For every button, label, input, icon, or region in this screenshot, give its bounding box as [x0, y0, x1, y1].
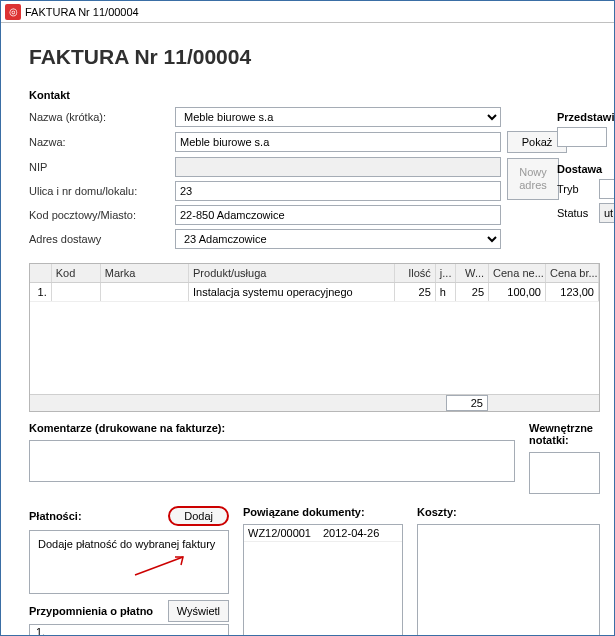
new-address-l1: Nowy [519, 166, 547, 178]
col-marka[interactable]: Marka [101, 264, 189, 282]
linked-doc-row[interactable]: WZ12/00001 2012-04-26 [244, 525, 402, 542]
cell-j: h [436, 283, 456, 301]
comments-textarea[interactable] [29, 440, 515, 482]
name-label: Nazwa: [29, 136, 169, 148]
cell-cena-br: 123,00 [546, 283, 599, 301]
window-titlebar: ◎ FAKTURA Nr 11/00004 [1, 1, 614, 23]
nip-input[interactable] [175, 157, 501, 177]
new-address-button: Nowy adres [507, 158, 559, 200]
linked-doc-date: 2012-04-26 [323, 527, 398, 539]
street-label: Ulica i nr domu/lokalu: [29, 185, 169, 197]
payments-label: Płatności: [29, 510, 82, 522]
col-cena-br[interactable]: Cena br... [546, 264, 599, 282]
delivery-status-label: Status [557, 207, 593, 219]
col-cena-ne[interactable]: Cena ne... [489, 264, 546, 282]
delivery-mode-label: Tryb [557, 183, 593, 195]
col-num [30, 264, 52, 282]
rep-input[interactable] [557, 127, 607, 147]
window-title: FAKTURA Nr 11/00004 [25, 6, 139, 18]
new-address-l2: adres [519, 179, 547, 191]
nip-label: NIP [29, 161, 169, 173]
costs-list[interactable] [417, 524, 600, 636]
app-icon: ◎ [5, 4, 21, 20]
delivery-mode-input[interactable] [599, 179, 615, 199]
col-produkt[interactable]: Produkt/usługa [189, 264, 395, 282]
col-kod[interactable]: Kod [52, 264, 101, 282]
delivery-label: Adres dostawy [29, 233, 169, 245]
delivery-select[interactable]: 23 Adamczowice [175, 229, 501, 249]
short-name-select[interactable]: Meble biurowe s.a [175, 107, 501, 127]
col-ilosc[interactable]: Ilość [395, 264, 436, 282]
short-name-label: Nazwa (krótka): [29, 111, 169, 123]
linked-doc-num: WZ12/00001 [248, 527, 323, 539]
rep-section-title: Przedstawic [557, 111, 615, 123]
postcity-input[interactable] [175, 205, 501, 225]
table-row[interactable]: 1. Instalacja systemu operacyjnego 25 h … [30, 283, 599, 302]
add-payment-tooltip: Dodaje płatność do wybranej faktury [38, 538, 215, 550]
name-input[interactable] [175, 132, 501, 152]
product-table[interactable]: Kod Marka Produkt/usługa Ilość j... W...… [29, 263, 600, 412]
delivery-status-input[interactable] [599, 203, 615, 223]
linked-docs-label: Powiązane dokumenty: [243, 506, 403, 518]
cell-cena-ne: 100,00 [489, 283, 546, 301]
cell-produkt: Instalacja systemu operacyjnego [189, 283, 395, 301]
cell-marka [101, 283, 189, 301]
cell-kod [52, 283, 101, 301]
add-payment-button[interactable]: Dodaj [168, 506, 229, 526]
show-reminders-button[interactable]: Wyświetl [168, 600, 229, 622]
costs-label: Koszty: [417, 506, 600, 518]
linked-docs-list[interactable]: WZ12/00001 2012-04-26 [243, 524, 403, 636]
cell-ilosc: 25 [395, 283, 436, 301]
col-w[interactable]: W... [456, 264, 489, 282]
cell-w: 25 [456, 283, 489, 301]
cell-num: 1. [30, 283, 52, 301]
reminders-label: Przypomnienia o płatno [29, 605, 153, 617]
street-input[interactable] [175, 181, 501, 201]
contact-section-title: Kontakt [29, 89, 567, 101]
reminder-row[interactable]: 1. [30, 625, 228, 636]
internal-notes-label: Wewnętrzne notatki: [529, 422, 600, 446]
page-title: FAKTURA Nr 11/00004 [29, 45, 600, 69]
comments-label: Komentarze (drukowane na fakturze): [29, 422, 515, 434]
internal-notes-textarea[interactable] [529, 452, 600, 494]
sum-ilosc: 25 [446, 395, 488, 411]
payments-list[interactable]: Dodaje płatność do wybranej faktury [29, 530, 229, 594]
reminders-table[interactable]: 1. 2. [29, 624, 229, 636]
col-j[interactable]: j... [436, 264, 456, 282]
delivery-section-title: Dostawa [557, 163, 615, 175]
postcity-label: Kod pocztowy/Miasto: [29, 209, 169, 221]
